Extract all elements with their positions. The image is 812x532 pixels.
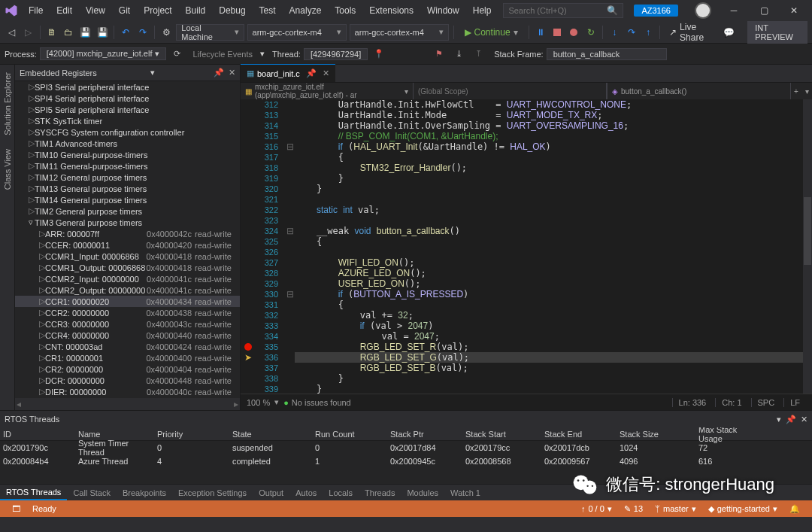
menu-debug[interactable]: Debug: [213, 2, 251, 19]
open-icon[interactable]: 🗀: [62, 24, 75, 41]
lifecycle-events[interactable]: Lifecycle Events: [193, 50, 253, 59]
thread-row[interactable]: 0x200084b4Azure Thread4completed10x20009…: [0, 454, 812, 468]
notifications-icon[interactable]: 🔔: [783, 504, 806, 514]
code-line[interactable]: 324⊟ __weak void button_a_callback(): [241, 226, 812, 236]
search-input[interactable]: [504, 6, 602, 15]
config-dropdown[interactable]: arm-gcc-cortex-m4▾: [350, 24, 449, 41]
register-row[interactable]: ▷TIM11 General-purpose-timers: [15, 160, 240, 172]
code-line[interactable]: 313 UartHandle.Init.Mode = UART_MODE_TX_…: [241, 110, 812, 120]
new-project-icon[interactable]: 🗎: [45, 24, 59, 41]
code-line[interactable]: 329 USER_LED_ON();: [241, 278, 812, 289]
code-line[interactable]: 320 }: [241, 184, 812, 194]
bottom-tab-breakpoints[interactable]: Breakpoints: [117, 486, 172, 500]
code-line[interactable]: 317 {: [241, 152, 812, 163]
code-line[interactable]: 314 UartHandle.Init.OverSampling = UART_…: [241, 120, 812, 131]
pin-icon[interactable]: 📌: [214, 68, 224, 78]
code-line[interactable]: 335 RGB_LED_SET_R(val);: [241, 342, 812, 352]
code-line[interactable]: 330⊟ if (BUTTON_A_IS_PRESSED): [241, 289, 812, 299]
register-row[interactable]: ▷CCR2: 000000000x40000438read-write: [15, 307, 240, 318]
register-row[interactable]: ▷TIM10 General-purpose-timers: [15, 149, 240, 160]
up-icon[interactable]: ⤒: [470, 46, 486, 62]
editor-tab-active[interactable]: ▦ board_init.c 📌 ✕: [241, 64, 335, 82]
spc-indicator[interactable]: SPC: [751, 398, 781, 407]
register-row[interactable]: ▷TIM1 Advanced-timers: [15, 138, 240, 149]
register-row[interactable]: ▷CCR3: 000000000x4000043cread-write: [15, 318, 240, 330]
pin-icon-2[interactable]: 📌: [786, 415, 796, 424]
code-line[interactable]: 312 UartHandle.Init.HwFlowCtl = UART_HWC…: [241, 99, 812, 110]
code-line[interactable]: 339 }: [241, 384, 812, 394]
stop-icon[interactable]: [550, 24, 564, 41]
ln-indicator[interactable]: Ln: 336: [672, 398, 713, 407]
register-row[interactable]: ▷ARR: 000007ff0x4000042cread-write: [15, 228, 240, 239]
issues-text[interactable]: No issues found: [292, 398, 351, 407]
fwd-button[interactable]: ▷: [21, 24, 35, 41]
dropdown-chevron-icon[interactable]: ▾: [150, 68, 155, 78]
code-line[interactable]: 333 if (val > 2047): [241, 321, 812, 331]
back-button[interactable]: ◁: [5, 24, 18, 41]
code-line[interactable]: 337 RGB_LED_SET_B(val);: [241, 363, 812, 373]
bottom-tab-modules[interactable]: Modules: [401, 486, 444, 500]
flag-icon[interactable]: ⚑: [431, 46, 447, 62]
bottom-tab-autos[interactable]: Autos: [289, 486, 323, 500]
code-line[interactable]: 328 AZURE_LED_ON();: [241, 268, 812, 278]
code-line[interactable]: 315 // BSP_COM_Init(COM1, &UartHandle);: [241, 131, 812, 141]
menu-tools[interactable]: Tools: [329, 2, 362, 19]
bc-module[interactable]: ▦mxchip_azure_iot.elf (app\mxchip_azure_…: [241, 83, 414, 99]
tab-close-icon[interactable]: 📌: [306, 68, 317, 78]
pause-icon[interactable]: ⏸: [533, 24, 547, 41]
code-line[interactable]: 332 val += 32;: [241, 310, 812, 321]
bottom-tab-output[interactable]: Output: [253, 486, 289, 500]
bottom-tab-locals[interactable]: Locals: [323, 486, 359, 500]
register-row[interactable]: ▷DCR: 000000000x40000448read-write: [15, 375, 240, 386]
platform-dropdown[interactable]: arm-gcc-cortex-m4▾: [247, 24, 347, 41]
register-row[interactable]: ▷CR1: 000000010x40000400read-write: [15, 352, 240, 363]
code-line[interactable]: 318 STM32_Error_Handler();: [241, 163, 812, 173]
thread-flag-icon[interactable]: 📍: [371, 46, 387, 62]
continue-button[interactable]: ▶Continue▾: [459, 24, 524, 41]
bc-scope[interactable]: (Global Scope): [414, 83, 607, 99]
bc-add-icon[interactable]: +: [791, 87, 801, 96]
debug-target-dropdown[interactable]: Local Machine▾: [176, 24, 244, 41]
register-row[interactable]: ▷SPI4 Serial peripheral interface: [15, 93, 240, 104]
register-row[interactable]: ▷DIER: 000000000x4000040cread-write: [15, 386, 240, 397]
register-row[interactable]: ▷CCMR1_Output: 000068680x40000418read-wr…: [15, 262, 240, 273]
register-row[interactable]: ▷SPI3 Serial peripheral interface: [15, 81, 240, 93]
record-icon[interactable]: [567, 24, 580, 41]
menu-file[interactable]: File: [23, 2, 49, 19]
down-icon[interactable]: ⤓: [450, 46, 467, 62]
register-row[interactable]: ▷CCR1: 000000200x40000434read-write: [15, 296, 240, 307]
code-line[interactable]: 323: [241, 215, 812, 226]
code-line[interactable]: 322 static int val;: [241, 205, 812, 215]
step-out-icon[interactable]: ↑: [641, 24, 655, 41]
bc-function[interactable]: ◈button_a_callback(): [607, 83, 791, 99]
code-line[interactable]: 319 }: [241, 173, 812, 184]
menu-test[interactable]: Test: [253, 2, 282, 19]
menu-view[interactable]: View: [80, 2, 111, 19]
bottom-tab-watch-1[interactable]: Watch 1: [444, 486, 486, 500]
bc-dropdown-icon[interactable]: ▾: [801, 87, 812, 96]
code-line[interactable]: 334 val = 2047;: [241, 331, 812, 342]
menu-extensions[interactable]: Extensions: [363, 2, 420, 19]
restart-icon[interactable]: ↻: [584, 24, 598, 41]
register-row[interactable]: ▷TIM13 General purpose timers: [15, 183, 240, 194]
config-icon[interactable]: ⚙: [159, 24, 173, 41]
register-row[interactable]: ▷DMAR: 000000010x4000044cread-write: [15, 397, 240, 398]
maximize-button[interactable]: ▢: [749, 0, 779, 21]
cycle-icon[interactable]: ⟳: [169, 46, 186, 62]
menu-help[interactable]: Help: [467, 2, 498, 19]
feedback-icon[interactable]: 💬: [722, 24, 735, 41]
step-over-icon[interactable]: ↷: [624, 24, 638, 41]
bottom-tab-exception-settings[interactable]: Exception Settings: [172, 486, 253, 500]
bottom-tab-rtos-threads[interactable]: RTOS Threads: [0, 485, 67, 500]
close-icon[interactable]: ✕: [801, 415, 807, 424]
menu-project[interactable]: Project: [138, 2, 177, 19]
step-into-icon[interactable]: ↓: [607, 24, 621, 41]
register-row[interactable]: ▿TIM3 General purpose timers: [15, 217, 240, 228]
menu-window[interactable]: Window: [421, 2, 465, 19]
close-icon[interactable]: ✕: [229, 68, 235, 78]
user-avatar[interactable]: [695, 2, 711, 19]
thread-selector[interactable]: [4294967294]: [304, 48, 368, 60]
pin-icon[interactable]: ▾: [777, 415, 781, 424]
code-line[interactable]: 326: [241, 247, 812, 257]
menu-analyze[interactable]: Analyze: [283, 2, 328, 19]
